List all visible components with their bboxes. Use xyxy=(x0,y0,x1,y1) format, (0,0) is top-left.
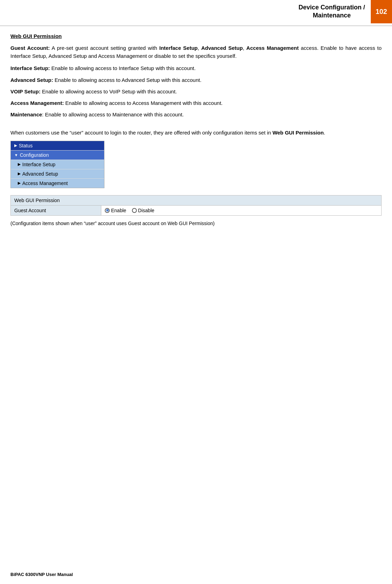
page-container: Device Configuration / Maintenance 102 W… xyxy=(0,0,392,584)
footer-label: BiPAC 6300VNP User Manual xyxy=(10,572,73,577)
guest-account-label: Guest Account: xyxy=(10,45,50,51)
voip-setup-item-label: VOIP Setup: xyxy=(10,89,40,94)
access-mgmt-item-label: Access Management: xyxy=(10,100,64,106)
table-row: Guest Account Enable Disable xyxy=(11,205,382,215)
web-gui-permission-bold: Web GUI Permission xyxy=(273,130,324,136)
access-arrow-icon: ▶ xyxy=(18,181,21,185)
maintenance-item-label: Maintenance xyxy=(10,112,42,117)
nav-panel: ▶ Status ▼ Configuration ▶ Interface Set… xyxy=(10,141,104,188)
advanced-setup-item-text: Enable to allowing access to Advanced Se… xyxy=(53,77,202,83)
disable-label: Disable xyxy=(138,208,155,213)
nav-status-label: Status xyxy=(19,143,33,148)
page-number: 102 xyxy=(371,0,392,23)
interface-setup-item-text: Enable to allowing access to Interface S… xyxy=(50,65,196,71)
config-arrow-icon: ▼ xyxy=(14,153,18,157)
enable-disable-group: Enable Disable xyxy=(105,208,378,213)
voip-setup-item: VOIP Setup: Enable to allowing access to… xyxy=(10,87,382,95)
advanced-setup-item: Advanced Setup: Enable to allowing acces… xyxy=(10,76,382,84)
access-mgmt-item-text: Enable to allowing access to Access Mana… xyxy=(64,100,222,106)
interface-arrow-icon: ▶ xyxy=(18,162,21,167)
nav-item-interface-setup[interactable]: ▶ Interface Setup xyxy=(11,160,104,169)
nav-item-access-management[interactable]: ▶ Access Management xyxy=(11,179,104,188)
disable-option[interactable]: Disable xyxy=(132,208,155,213)
status-arrow-icon: ▶ xyxy=(14,143,17,148)
user-account-para: When customers use the “user” account to… xyxy=(10,129,382,137)
maintenance-item: Maintenance: Enable to allowing access t… xyxy=(10,110,382,118)
enable-option[interactable]: Enable xyxy=(105,208,126,213)
guest-account-cell: Guest Account xyxy=(11,205,101,215)
header-title: Device Configuration / Maintenance xyxy=(293,0,371,23)
radio-cell: Enable Disable xyxy=(101,205,382,215)
interface-setup-bold: Interface Setup xyxy=(159,45,197,51)
nav-item-status[interactable]: ▶ Status xyxy=(11,141,104,151)
enable-radio-icon[interactable] xyxy=(105,208,110,213)
guest-account-para: Guest Account: A pre-set guest account s… xyxy=(10,44,382,60)
gui-permission-table: Web GUI Permission Guest Account Enable … xyxy=(10,195,382,216)
access-mgmt-item: Access Management: Enable to allowing ac… xyxy=(10,99,382,107)
table-header: Web GUI Permission xyxy=(11,195,382,205)
nav-item-advanced-setup[interactable]: ▶ Advanced Setup xyxy=(11,169,104,179)
access-mgmt-bold: Access Management xyxy=(246,45,299,51)
nav-configuration-label: Configuration xyxy=(20,152,49,158)
section-heading: Web GUI Permission xyxy=(10,33,382,39)
nav-advanced-label: Advanced Setup xyxy=(22,171,58,177)
advanced-arrow-icon: ▶ xyxy=(18,171,21,176)
table-caption: (Configuration items shown when “user” a… xyxy=(10,221,382,226)
page-header: Device Configuration / Maintenance 102 xyxy=(0,0,392,26)
nav-access-label: Access Management xyxy=(22,180,68,186)
nav-item-configuration[interactable]: ▼ Configuration xyxy=(11,151,104,160)
interface-setup-item-label: Interface Setup: xyxy=(10,65,50,71)
main-content: Web GUI Permission Guest Account: A pre-… xyxy=(0,33,392,244)
voip-setup-item-text: Enable to allowing access to VoIP Setup … xyxy=(40,89,177,94)
disable-radio-icon[interactable] xyxy=(132,208,137,213)
advanced-setup-item-label: Advanced Setup: xyxy=(10,77,53,83)
advanced-setup-bold: Advanced Setup xyxy=(201,45,243,51)
enable-label: Enable xyxy=(111,208,126,213)
nav-interface-label: Interface Setup xyxy=(22,162,55,167)
maintenance-item-text: : Enable to allowing access to Maintenan… xyxy=(42,112,184,117)
interface-setup-item: Interface Setup: Enable to allowing acce… xyxy=(10,64,382,72)
